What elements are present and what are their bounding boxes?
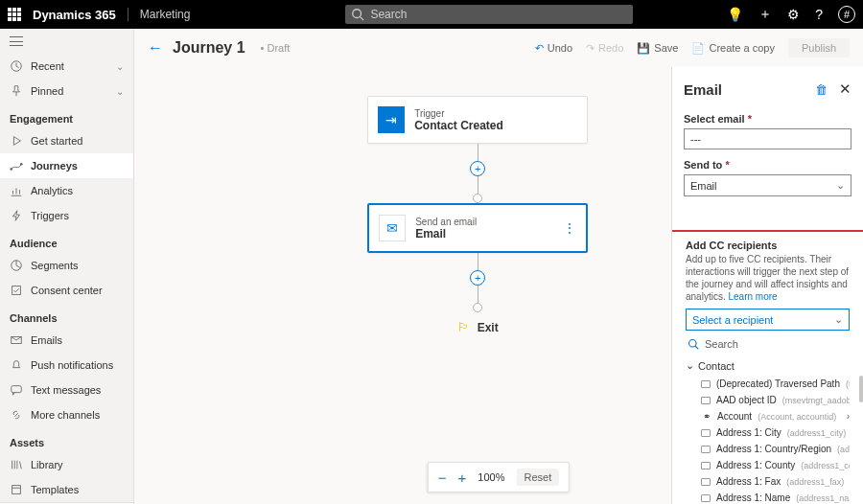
cc-group-contact[interactable]: ⌄Contact bbox=[686, 359, 850, 372]
undo-button[interactable]: ↶Undo bbox=[535, 42, 572, 55]
mail-icon bbox=[10, 333, 23, 347]
email-label: Send an email bbox=[415, 217, 477, 227]
field-icon bbox=[701, 429, 711, 437]
svg-rect-9 bbox=[12, 486, 21, 494]
nav-templates[interactable]: Templates bbox=[0, 477, 133, 502]
user-avatar[interactable]: # bbox=[838, 6, 855, 23]
cc-field-item[interactable]: Address 1: Country/Region (address1_cou.… bbox=[686, 441, 850, 457]
pin-icon bbox=[10, 84, 23, 98]
brand-label: Dynamics 365 bbox=[33, 8, 116, 22]
trigger-card[interactable]: ⇥ Trigger Contact Created bbox=[367, 96, 588, 144]
nav-get-started[interactable]: Get started bbox=[0, 128, 133, 153]
trigger-icon: ⇥ bbox=[378, 106, 405, 133]
sms-icon bbox=[10, 383, 23, 397]
redo-button[interactable]: ↷Redo bbox=[586, 42, 623, 55]
send-to-label: Send to bbox=[684, 159, 851, 171]
field-icon bbox=[701, 397, 711, 404]
scrollbar-thumb[interactable] bbox=[859, 376, 863, 402]
save-button[interactable]: 💾Save bbox=[637, 42, 678, 55]
publish-button[interactable]: Publish bbox=[788, 38, 850, 57]
command-actions: ↶Undo ↷Redo 💾Save 📄Create a copy Publish bbox=[535, 38, 850, 57]
zoom-level: 100% bbox=[478, 471, 504, 483]
settings-icon[interactable]: ⚙ bbox=[787, 7, 800, 22]
hamburger-button[interactable] bbox=[0, 29, 133, 54]
nav-analytics[interactable]: Analytics bbox=[0, 178, 133, 203]
cc-select-recipient[interactable]: Select a recipient⌄ bbox=[686, 309, 850, 331]
global-search[interactable]: Search bbox=[345, 5, 633, 24]
add-step-button[interactable]: + bbox=[470, 270, 485, 286]
save-icon: 💾 bbox=[637, 42, 650, 55]
delete-button[interactable]: 🗑 bbox=[815, 82, 828, 97]
svg-rect-6 bbox=[12, 286, 21, 295]
field-icon bbox=[701, 478, 711, 486]
nav-pinned[interactable]: Pinned⌄ bbox=[0, 79, 133, 103]
svg-point-4 bbox=[20, 163, 23, 166]
search-placeholder: Search bbox=[370, 8, 407, 21]
zoom-reset-button[interactable]: Reset bbox=[516, 469, 559, 486]
cc-field-list: (Deprecated) Traversed Path (traversedpa… bbox=[686, 376, 850, 504]
email-card[interactable]: ✉ Send an email Email ⋮ bbox=[367, 203, 588, 253]
select-email-label: Select email bbox=[684, 113, 851, 125]
zoom-in-button[interactable]: + bbox=[458, 470, 467, 486]
cc-field-item[interactable]: Address 1: County (address1_county) bbox=[686, 457, 850, 473]
library-icon bbox=[10, 458, 23, 471]
top-icons: 💡 ＋ ⚙ ? # bbox=[727, 6, 855, 23]
connector-dot bbox=[473, 303, 482, 312]
nav-triggers[interactable]: Triggers bbox=[0, 203, 133, 228]
send-to-field[interactable]: Email⌄ bbox=[684, 174, 851, 196]
nav-more-channels[interactable]: More channels bbox=[0, 402, 133, 427]
svg-rect-8 bbox=[12, 386, 22, 393]
status-badge: • Draft bbox=[261, 42, 291, 54]
chart-icon bbox=[10, 184, 23, 197]
nav-journeys[interactable]: Journeys bbox=[0, 153, 133, 178]
add-icon[interactable]: ＋ bbox=[758, 6, 772, 23]
nav-recent[interactable]: Recent⌄ bbox=[0, 54, 133, 79]
chevron-down-icon: ⌄ bbox=[116, 86, 124, 97]
nav-segments[interactable]: Segments bbox=[0, 253, 133, 278]
top-bar: Dynamics 365 Marketing Search 💡 ＋ ⚙ ? # bbox=[0, 0, 863, 29]
chevron-down-icon: ⌄ bbox=[686, 359, 694, 372]
cc-field-item[interactable]: ⚭Account (Account, accountid)› bbox=[686, 408, 850, 424]
lightbulb-icon[interactable]: 💡 bbox=[727, 7, 743, 22]
nav-push[interactable]: Push notifications bbox=[0, 353, 133, 378]
chevron-right-icon: › bbox=[847, 411, 850, 422]
back-button[interactable]: ← bbox=[148, 39, 163, 57]
cc-recipients-section: Add CC recipients Add up to five CC reci… bbox=[671, 230, 863, 504]
nav-consent[interactable]: Consent center bbox=[0, 278, 133, 303]
close-button[interactable]: ✕ bbox=[839, 80, 851, 98]
journey-icon bbox=[10, 159, 23, 172]
main-area: ← Journey 1 • Draft ↶Undo ↷Redo 💾Save 📄C… bbox=[134, 29, 863, 504]
zoom-out-button[interactable]: − bbox=[438, 470, 447, 486]
card-menu-button[interactable]: ⋮ bbox=[563, 220, 576, 236]
nav-library[interactable]: Library bbox=[0, 452, 133, 477]
svg-line-1 bbox=[361, 17, 364, 21]
undo-icon: ↶ bbox=[535, 42, 544, 55]
cc-field-item[interactable]: Address 1: City (address1_city) bbox=[686, 424, 850, 441]
redo-icon: ↷ bbox=[586, 42, 595, 55]
svg-point-0 bbox=[353, 10, 362, 18]
cc-field-item[interactable]: AAD object ID (msevtmgt_aadobjectid) bbox=[686, 392, 850, 408]
cc-description: Add up to five CC recipients. Their inte… bbox=[686, 253, 850, 303]
field-icon bbox=[701, 494, 711, 502]
clock-icon bbox=[10, 59, 23, 73]
play-icon bbox=[10, 134, 23, 148]
learn-more-link[interactable]: Learn more bbox=[728, 291, 777, 302]
cc-field-item[interactable]: (Deprecated) Traversed Path (traversedpa… bbox=[686, 376, 850, 392]
cc-field-item[interactable]: Address 1: Name (address1_name) bbox=[686, 490, 850, 504]
nav-text[interactable]: Text messages bbox=[0, 378, 133, 402]
cc-search-input[interactable]: Search bbox=[686, 334, 850, 354]
app-launcher-icon[interactable] bbox=[8, 8, 21, 21]
nav-emails[interactable]: Emails bbox=[0, 328, 133, 353]
exit-node[interactable]: 🏳 Exit bbox=[457, 320, 499, 334]
section-assets: Assets bbox=[0, 427, 133, 452]
cc-field-item[interactable]: Address 1: Fax (address1_fax) bbox=[686, 473, 850, 490]
connector-dot bbox=[473, 194, 482, 203]
create-copy-button[interactable]: 📄Create a copy bbox=[691, 42, 774, 55]
help-icon[interactable]: ? bbox=[815, 7, 823, 22]
add-step-button[interactable]: + bbox=[470, 161, 485, 176]
mail-icon: ✉ bbox=[379, 215, 406, 241]
segments-icon bbox=[10, 259, 23, 272]
select-email-field[interactable]: --- bbox=[684, 128, 851, 149]
search-icon bbox=[351, 8, 364, 21]
svg-line-11 bbox=[695, 346, 698, 349]
